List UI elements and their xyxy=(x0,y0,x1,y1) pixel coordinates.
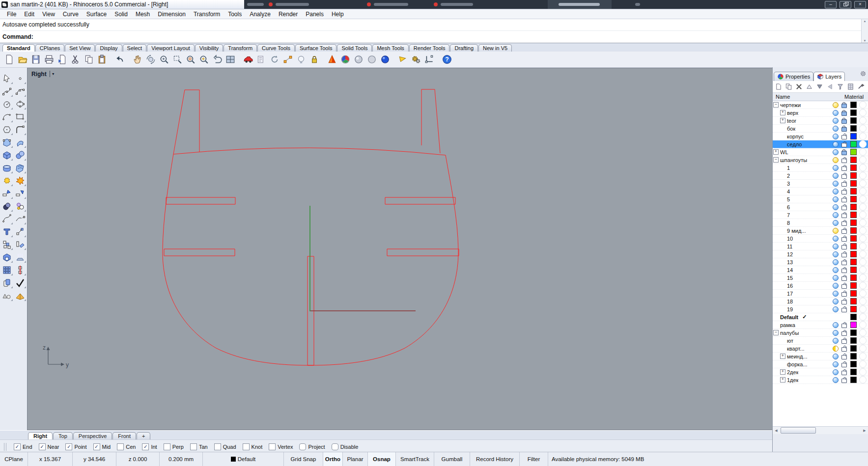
layer-expander-icon[interactable]: − xyxy=(773,102,779,108)
scroll-down-arrow-icon[interactable]: ▼ xyxy=(864,39,867,42)
layer-name[interactable]: Default xyxy=(780,314,798,320)
layer-material-icon[interactable] xyxy=(859,329,867,336)
surface-corner-points-icon[interactable] xyxy=(0,136,13,148)
layer-material-icon[interactable] xyxy=(859,125,867,132)
array-linear-icon[interactable] xyxy=(14,264,26,276)
osnap-mid[interactable]: ✓Mid xyxy=(93,443,111,450)
layer-lock-icon[interactable] xyxy=(841,245,847,249)
zoom-selected-icon[interactable] xyxy=(184,53,197,66)
new-layer-icon[interactable] xyxy=(774,82,783,92)
layer-name[interactable]: 5 xyxy=(787,196,790,202)
pyramid-icon[interactable] xyxy=(14,289,26,302)
layer-color-swatch[interactable] xyxy=(850,377,857,383)
split-icon[interactable] xyxy=(14,187,26,199)
toolbar-tab-visibility[interactable]: Visibility xyxy=(195,44,224,52)
new-document-icon[interactable] xyxy=(3,53,16,66)
toolbar-tab-viewport-layout[interactable]: Viewport Layout xyxy=(147,44,195,52)
single-point-icon[interactable] xyxy=(14,72,26,84)
osnap-end[interactable]: ✓End xyxy=(14,443,32,450)
layer-lock-icon[interactable] xyxy=(841,324,847,328)
left-post-curve[interactable] xyxy=(173,90,199,154)
copy-icon[interactable] xyxy=(83,53,95,66)
layer-row-18[interactable]: 18 xyxy=(773,298,868,305)
layer-material-icon[interactable] xyxy=(859,109,867,116)
curve-control-points-icon[interactable] xyxy=(0,85,13,97)
layer-visibility-bulb-icon[interactable] xyxy=(833,165,839,171)
filter-layers-icon[interactable] xyxy=(836,82,845,92)
menu-dimension[interactable]: Dimension xyxy=(154,10,190,19)
layer-color-swatch[interactable] xyxy=(850,212,857,218)
layer-row-13[interactable]: 13 xyxy=(773,258,868,266)
layer-name[interactable]: teor xyxy=(787,118,796,124)
layer-lock-icon[interactable] xyxy=(841,276,847,281)
layer-row-кварт[interactable]: кварт... xyxy=(773,345,868,353)
rectangle-icon[interactable] xyxy=(14,110,26,123)
status-x-15-367[interactable]: x 15.367 xyxy=(28,452,73,466)
menu-transform[interactable]: Transform xyxy=(190,10,224,19)
layer-material-icon[interactable] xyxy=(859,274,867,281)
layer-lock-icon[interactable] xyxy=(841,253,847,257)
layer-name[interactable]: 17 xyxy=(787,291,793,297)
checkbox-icon[interactable]: ✓ xyxy=(65,443,72,450)
layer-visibility-bulb-icon[interactable] xyxy=(833,102,839,108)
layer-lock-icon[interactable] xyxy=(841,151,847,155)
layer-visibility-bulb-icon[interactable] xyxy=(833,259,839,265)
toolbar-tab-mesh-tools[interactable]: Mesh Tools xyxy=(372,44,408,52)
menu-curve[interactable]: Curve xyxy=(59,10,83,19)
layer-color-swatch[interactable] xyxy=(850,149,857,155)
layer-material-icon[interactable] xyxy=(859,133,867,140)
layer-row-верх[interactable]: +верх xyxy=(773,109,868,117)
layer-visibility-bulb-icon[interactable] xyxy=(833,110,839,116)
layer-material-icon[interactable] xyxy=(859,282,867,289)
layer-name[interactable]: 11 xyxy=(787,244,792,249)
command-scrollbar[interactable]: ▲ ▼ xyxy=(861,19,868,43)
layer-lock-icon[interactable] xyxy=(841,331,847,336)
layer-name[interactable]: 19 xyxy=(787,306,793,312)
osnap-point[interactable]: ✓Point xyxy=(65,443,86,450)
menu-help[interactable]: Help xyxy=(328,10,348,19)
layer-material-icon[interactable] xyxy=(859,243,867,250)
toolbar-tab-set-view[interactable]: Set View xyxy=(65,44,95,52)
layer-row-default[interactable]: Default✓ xyxy=(773,313,868,321)
layer-row-6[interactable]: 6 xyxy=(773,203,868,211)
layer-visibility-bulb-icon[interactable] xyxy=(833,322,839,328)
layer-name[interactable]: 3 xyxy=(787,181,790,187)
layer-material-icon[interactable] xyxy=(859,235,867,242)
layer-material-icon[interactable] xyxy=(859,180,867,187)
layer-color-swatch[interactable] xyxy=(850,219,857,226)
layer-visibility-bulb-icon[interactable] xyxy=(833,189,839,194)
paste-icon[interactable] xyxy=(96,53,109,66)
layer-visibility-bulb-icon[interactable] xyxy=(833,369,839,375)
layer-color-swatch[interactable] xyxy=(850,329,857,336)
layer-row-корпус[interactable]: корпус xyxy=(773,133,868,140)
layer-row-2[interactable]: 2 xyxy=(773,172,868,180)
cut-icon[interactable] xyxy=(69,53,82,66)
right-post-curve[interactable] xyxy=(421,89,440,153)
layer-name[interactable]: рамка xyxy=(780,322,795,328)
layer-material-icon[interactable] xyxy=(859,250,867,258)
layer-lock-icon[interactable] xyxy=(841,198,847,202)
open-file-icon[interactable] xyxy=(16,53,29,66)
object-properties-icon[interactable] xyxy=(255,53,268,66)
layer-row-бок[interactable]: бок xyxy=(773,125,868,133)
layer-name[interactable]: 1 xyxy=(787,165,790,171)
pan-view-icon[interactable] xyxy=(131,53,144,66)
layer-material-icon[interactable] xyxy=(859,321,867,329)
layer-material-icon[interactable] xyxy=(859,368,867,376)
layer-expander-icon[interactable]: + xyxy=(780,369,785,375)
column-material[interactable]: Material xyxy=(844,94,868,100)
menu-tools[interactable]: Tools xyxy=(224,10,246,19)
layer-visibility-bulb-icon[interactable] xyxy=(833,212,839,218)
duplicate-layer-icon[interactable] xyxy=(784,82,793,92)
layer-visibility-bulb-icon[interactable] xyxy=(833,118,839,124)
toolbar-tab-display[interactable]: Display xyxy=(95,44,122,52)
status-default[interactable]: Default xyxy=(203,452,284,466)
toolbar-tab-surface-tools[interactable]: Surface Tools xyxy=(295,44,336,52)
layer-material-icon[interactable] xyxy=(859,219,867,226)
toolbar-tab-transform[interactable]: Transform xyxy=(224,44,257,52)
layer-name[interactable]: 2дек xyxy=(787,369,798,375)
move-layer-down-icon[interactable] xyxy=(815,82,824,92)
checkbox-icon[interactable]: ✓ xyxy=(93,443,100,450)
status-z-0-000[interactable]: z 0.000 xyxy=(116,452,160,466)
checkbox-icon[interactable]: ✓ xyxy=(14,443,21,450)
